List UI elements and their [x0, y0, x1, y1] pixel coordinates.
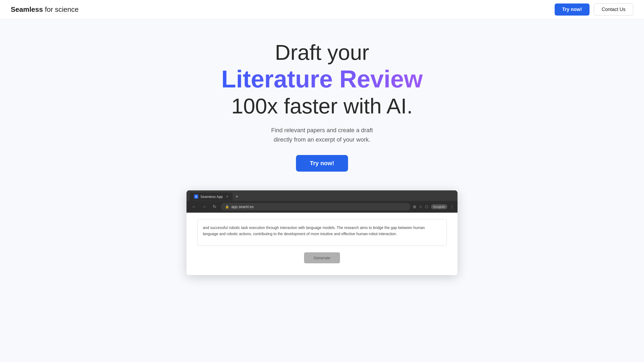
browser-window: S Seamless App × + ← → ↻ 🔒 app.seaml.es …: [186, 190, 458, 275]
hero-line1: Draft your: [275, 41, 369, 64]
navbar: Seamless for science Try now! Contact Us: [0, 0, 644, 19]
browser-content: and successful robotic task execution th…: [186, 213, 458, 275]
browser-controls-right: ⊞ ☆ ⬡ Incognito ⋮: [413, 204, 454, 209]
browser-container: S Seamless App × + ← → ↻ 🔒 app.seaml.es …: [0, 185, 644, 275]
tab-favicon: S: [194, 194, 198, 199]
hero-line2: Literature Review: [221, 65, 423, 93]
hero-line3: 100x faster with AI.: [231, 94, 413, 118]
text-excerpt-box[interactable]: and successful robotic task execution th…: [197, 219, 447, 246]
hero-section: Draft your Literature Review 100x faster…: [0, 19, 644, 185]
logo-tagline: for science: [43, 5, 79, 13]
logo: Seamless for science: [11, 5, 79, 14]
generate-button[interactable]: Generate: [304, 252, 340, 263]
generate-row: Generate: [197, 252, 447, 269]
tab-title: Seamless App: [200, 195, 223, 199]
extensions-icon[interactable]: ⬡: [425, 205, 428, 209]
browser-tab-active[interactable]: S Seamless App ×: [190, 193, 233, 201]
try-now-nav-button[interactable]: Try now!: [555, 3, 590, 16]
incognito-badge: Incognito: [431, 204, 447, 209]
contact-us-button[interactable]: Contact Us: [594, 3, 633, 16]
grid-icon[interactable]: ⊞: [413, 205, 416, 209]
more-options-icon[interactable]: ⋮: [450, 205, 454, 209]
forward-button[interactable]: →: [200, 203, 208, 210]
nav-buttons: Try now! Contact Us: [555, 3, 633, 16]
app-content: and successful robotic task execution th…: [186, 213, 458, 275]
hero-subtitle-line1: Find relevant papers and create a draft: [271, 127, 373, 134]
ssl-lock-icon: 🔒: [225, 205, 229, 209]
tab-close-button[interactable]: ×: [226, 194, 228, 199]
new-tab-button[interactable]: +: [233, 193, 241, 201]
address-text: app.seaml.es: [231, 205, 254, 209]
browser-chrome: S Seamless App × + ← → ↻ 🔒 app.seaml.es …: [186, 190, 458, 213]
address-bar[interactable]: 🔒 app.seaml.es: [221, 203, 410, 210]
back-button[interactable]: ←: [190, 203, 198, 210]
browser-toolbar: ← → ↻ 🔒 app.seaml.es ⊞ ☆ ⬡ Incognito ⋮: [186, 201, 458, 213]
refresh-button[interactable]: ↻: [211, 203, 218, 210]
logo-bold: Seamless: [11, 5, 43, 13]
hero-subtitle: Find relevant papers and create a draft …: [271, 125, 373, 144]
try-now-hero-button[interactable]: Try now!: [296, 155, 348, 172]
hero-subtitle-line2: directly from an excerpt of your work.: [274, 136, 371, 143]
bookmark-icon[interactable]: ☆: [419, 205, 422, 209]
browser-tab-bar: S Seamless App × +: [186, 190, 458, 201]
